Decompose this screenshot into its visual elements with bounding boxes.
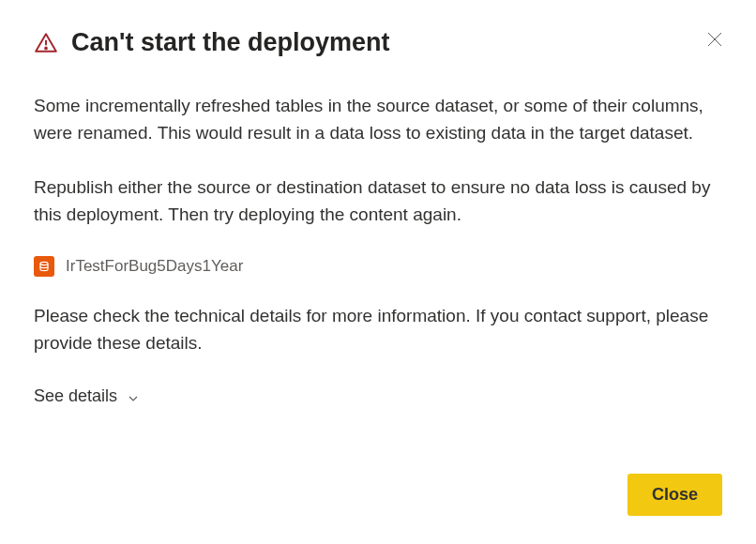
dialog-title: Can't start the deployment bbox=[71, 28, 722, 57]
dialog-button-row: Close bbox=[627, 474, 722, 516]
chevron-down-icon bbox=[127, 390, 140, 403]
warning-icon bbox=[34, 31, 58, 55]
close-icon[interactable] bbox=[707, 32, 722, 47]
dialog-paragraph-1: Some incrementally refreshed tables in t… bbox=[34, 93, 722, 146]
dataset-name: IrTestForBug5Days1Year bbox=[66, 257, 243, 276]
svg-point-4 bbox=[40, 262, 48, 264]
dialog-header: Can't start the deployment bbox=[34, 28, 722, 57]
dataset-row: IrTestForBug5Days1Year bbox=[34, 256, 722, 277]
close-button[interactable]: Close bbox=[627, 474, 722, 516]
see-details-label: See details bbox=[34, 386, 117, 406]
dataset-icon bbox=[34, 256, 54, 277]
svg-point-1 bbox=[45, 47, 47, 49]
dialog-paragraph-2: Republish either the source or destinati… bbox=[34, 174, 722, 228]
dialog-paragraph-3: Please check the technical details for m… bbox=[34, 303, 722, 356]
see-details-toggle[interactable]: See details bbox=[34, 386, 140, 406]
